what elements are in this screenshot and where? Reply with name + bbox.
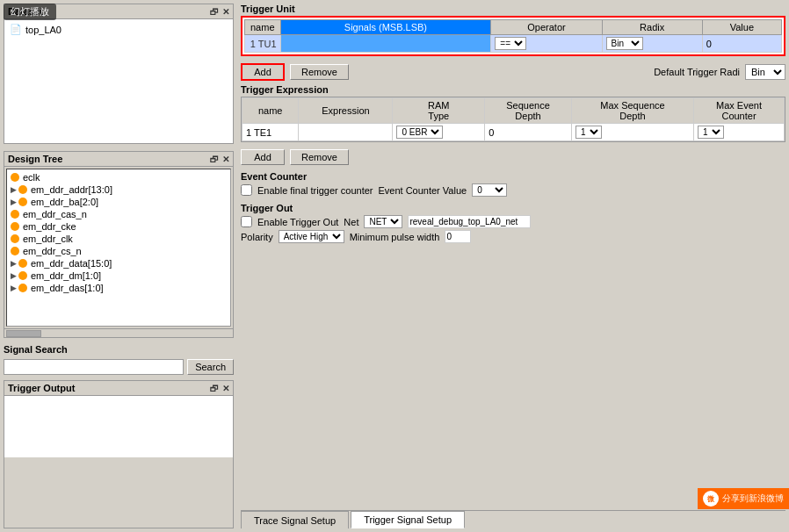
- design-tree-restore-icon[interactable]: 🗗: [210, 155, 219, 164]
- trigger-output-icons: 🗗 ✕: [210, 384, 229, 393]
- tabs-bar: Trace Signal Setup Trigger Signal Setup: [241, 510, 785, 528]
- cke-icon: [11, 222, 19, 231]
- te-ram-cell: 0 EBR 1 EBR: [393, 124, 485, 141]
- tu-value-cell: 0: [702, 35, 781, 53]
- tu-col-radix: Radix: [602, 20, 702, 35]
- tu-radix-cell: Bin Hex Dec: [602, 35, 702, 53]
- dt-item-clk[interactable]: em_ddr_clk: [9, 233, 228, 245]
- data-arrow-icon: ▶: [11, 259, 17, 268]
- enable-trigger-counter-checkbox[interactable]: [241, 184, 252, 196]
- dataset-content: 📄 top_LA0: [4, 19, 233, 133]
- dt-item-dm[interactable]: ▶ em_ddr_dm[1:0]: [9, 270, 228, 282]
- design-tree-title-bar: Design Tree 🗗 ✕: [4, 152, 233, 167]
- trigger-out-net-field[interactable]: [408, 215, 531, 228]
- dt-label-addr: em_ddr_addr[13:0]: [31, 184, 112, 195]
- trigger-output-title: Trigger Output: [8, 383, 75, 393]
- cs-icon: [11, 247, 19, 255]
- weibo-icon: 微: [703, 491, 719, 507]
- design-tree-icons: 🗗 ✕: [210, 155, 229, 164]
- trigger-unit-container: name Signals (MSB.LSB) Operator Radix Va…: [241, 16, 785, 56]
- trigger-output-content: [4, 396, 233, 457]
- left-panel: Dataset 🗗 ✕ 📄 top_LA0 Design Tree 🗗 ✕: [0, 0, 237, 532]
- design-tree-title: Design Tree: [8, 154, 62, 164]
- default-trigger-select[interactable]: Bin Hex Dec: [745, 64, 785, 80]
- dt-label-das: em_ddr_das[1:0]: [31, 283, 104, 293]
- dt-item-cke[interactable]: em_ddr_cke: [9, 220, 228, 233]
- te-max-seq-select[interactable]: 1 2 4: [575, 126, 602, 139]
- trigger-out-label: Trigger Out: [241, 203, 785, 213]
- search-input[interactable]: [4, 359, 184, 375]
- tab-trace-signal-setup[interactable]: Trace Signal Setup: [241, 511, 349, 528]
- trigger-output-panel: Trigger Output 🗗 ✕: [4, 380, 234, 528]
- dataset-item-top_LA0[interactable]: 📄 top_LA0: [8, 23, 229, 36]
- trigger-expr-table: name Expression RAMType SequenceDepth Ma…: [242, 97, 785, 141]
- signal-search-input-row: Search: [0, 357, 237, 377]
- dt-item-addr[interactable]: ▶ em_ddr_addr[13:0]: [9, 183, 228, 196]
- event-counter-value-select[interactable]: 0: [472, 183, 507, 197]
- trigger-output-close-icon[interactable]: ✕: [222, 384, 229, 393]
- polarity-select[interactable]: Active High Active Low: [279, 230, 344, 243]
- cas-icon: [11, 210, 19, 219]
- trigger-out-section: Trigger Out Enable Trigger Out Net NET P…: [241, 203, 785, 245]
- trigger-unit-add-btn[interactable]: Add: [241, 63, 285, 81]
- te-col-seq-depth: SequenceDepth: [485, 98, 572, 124]
- event-counter-section: Event Counter Enable final trigger count…: [241, 171, 785, 198]
- design-tree-close-icon[interactable]: ✕: [222, 155, 229, 164]
- trigger-unit-remove-btn[interactable]: Remove: [290, 64, 349, 80]
- dt-item-data[interactable]: ▶ em_ddr_data[15:0]: [9, 257, 228, 270]
- dt-item-eclk[interactable]: eclk: [9, 171, 228, 183]
- trigger-unit-btn-row: Add Remove Default Trigger Radi Bin Hex …: [241, 63, 785, 81]
- file-icon: 📄: [10, 24, 22, 35]
- dt-item-ba[interactable]: ▶ em_ddr_ba[2:0]: [9, 196, 228, 208]
- addr-icon: [18, 185, 27, 194]
- dt-label-eclk: eclk: [23, 172, 40, 183]
- dataset-restore-icon[interactable]: 🗗: [210, 7, 219, 17]
- trigger-output-restore-icon[interactable]: 🗗: [210, 384, 219, 393]
- trigger-out-enable-row: Enable Trigger Out Net NET: [241, 215, 785, 228]
- trigger-out-net-select[interactable]: NET: [364, 215, 402, 228]
- dt-label-clk: em_ddr_clk: [23, 234, 73, 244]
- te-row-num: 1 TE1: [242, 124, 299, 141]
- trigger-out-polarity-row: Polarity Active High Active Low Minimum …: [241, 230, 785, 243]
- slideshow-label: 幻灯播放: [11, 6, 49, 17]
- min-pulse-input[interactable]: [445, 230, 471, 243]
- te-col-ram: RAMType: [393, 98, 485, 124]
- event-counter-label: Event Counter: [241, 171, 785, 182]
- dataset-title-icons: 🗗 ✕: [210, 7, 229, 17]
- right-panel: Trigger Unit name Signals (MSB.LSB) Oper…: [237, 0, 789, 532]
- trigger-unit-table: name Signals (MSB.LSB) Operator Radix Va…: [244, 19, 782, 53]
- te-max-event-select[interactable]: 1 2 4: [698, 126, 724, 139]
- dt-item-cs[interactable]: em_ddr_cs_n: [9, 245, 228, 257]
- dataset-close-icon[interactable]: ✕: [222, 7, 229, 17]
- dt-item-das[interactable]: ▶ em_ddr_das[1:0]: [9, 282, 228, 294]
- enable-trigger-out-checkbox[interactable]: [241, 216, 252, 227]
- tu-signals-cell[interactable]: [280, 35, 491, 53]
- addr-arrow-icon: ▶: [11, 185, 17, 194]
- search-button[interactable]: Search: [187, 359, 234, 375]
- dt-label-cas: em_ddr_cas_n: [23, 209, 87, 219]
- design-tree-scrollbar[interactable]: [4, 328, 233, 337]
- trigger-expr-remove-btn[interactable]: Remove: [290, 149, 349, 165]
- tu-operator-select[interactable]: == != > <: [495, 37, 526, 50]
- trigger-unit-label: Trigger Unit: [241, 4, 785, 14]
- te-seq-depth-cell: 0: [485, 124, 572, 141]
- scrollbar-thumb[interactable]: [6, 330, 41, 337]
- te-ram-select[interactable]: 0 EBR 1 EBR: [396, 126, 443, 139]
- te-seq-depth-value: 0: [489, 127, 494, 138]
- tu-col-operator: Operator: [491, 20, 602, 35]
- te-table-row: 1 TE1 0 EBR 1 EBR 0: [242, 124, 785, 141]
- eclk-icon: [11, 173, 19, 182]
- event-counter-row: Enable final trigger counter Event Count…: [241, 183, 785, 197]
- dataset-panel: Dataset 🗗 ✕ 📄 top_LA0: [4, 4, 234, 144]
- das-arrow-icon: ▶: [11, 284, 17, 292]
- das-icon: [18, 284, 27, 292]
- clk-icon: [11, 234, 19, 243]
- signal-search-row: Signal Search: [0, 341, 237, 357]
- trigger-expr-add-btn[interactable]: Add: [241, 149, 285, 165]
- tu-radix-select[interactable]: Bin Hex Dec: [606, 37, 643, 50]
- tab-trigger-signal-setup[interactable]: Trigger Signal Setup: [351, 511, 465, 528]
- te-col-expression: Expression: [299, 98, 393, 124]
- dm-arrow-icon: ▶: [11, 271, 17, 280]
- dt-item-cas[interactable]: em_ddr_cas_n: [9, 208, 228, 220]
- te-expression-cell: [299, 124, 393, 141]
